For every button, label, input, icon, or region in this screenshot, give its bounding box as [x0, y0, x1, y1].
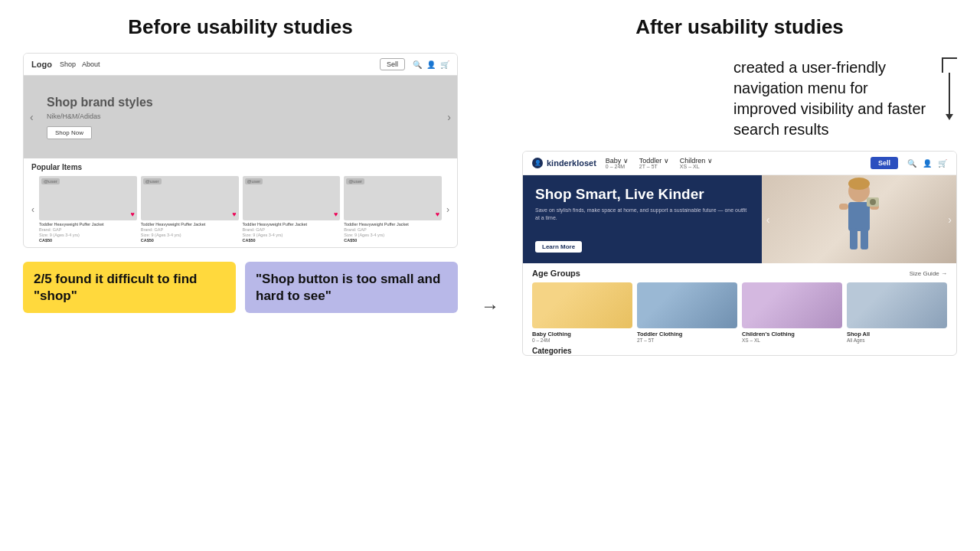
before-title: Before usability studies: [23, 15, 458, 39]
annotation-row: created a user-friendly navigation menu …: [522, 57, 957, 140]
list-item: @user ♥ Toddler Heavyweight Puffer Jacke…: [243, 176, 341, 243]
nav-toddler[interactable]: Toddler ∨ 2T – 5T: [639, 157, 669, 169]
item-image-2: @user ♥: [243, 176, 341, 220]
feedback-text-purple: "Shop button is too small and hard to se…: [256, 272, 440, 302]
user-tag-2: @user: [245, 178, 263, 184]
popular-items-row: ‹ @user ♥ Toddler Heavyweight Puffer Jac…: [31, 176, 449, 243]
kinder-search-icon[interactable]: 🔍: [907, 159, 916, 168]
center-arrow: →: [473, 77, 507, 536]
categories-label: Categories: [523, 343, 956, 355]
before-nav-links: Shop About: [60, 60, 100, 68]
toddler-label: Toddler Clothing: [637, 331, 737, 337]
svg-rect-5: [839, 204, 848, 210]
feedback-text-yellow: 2/5 found it difficult to find "shop": [34, 272, 197, 302]
before-hero-text: Shop brand styles Nike/H&M/Adidas Shop N…: [47, 95, 153, 139]
kinder-hero-next[interactable]: ›: [948, 214, 952, 226]
left-side: Before usability studies Logo Shop About…: [23, 15, 458, 536]
heart-icon-3[interactable]: ♥: [436, 210, 439, 218]
kinder-hero-prev[interactable]: ‹: [766, 214, 770, 226]
all-label: Shop All: [847, 331, 947, 337]
child-illustration: [836, 178, 882, 262]
kinder-hero-body: Save on stylish finds, make space at hom…: [535, 207, 750, 223]
age-card-baby[interactable]: Baby Clothing 0 – 24M: [532, 282, 632, 343]
search-icon[interactable]: 🔍: [413, 60, 422, 69]
list-item: @user ♥ Toddler Heavyweight Puffer Jacke…: [344, 176, 442, 243]
age-card-img-toddler: [637, 282, 737, 328]
user-tag-3: @user: [346, 178, 364, 184]
hero-next-arrow[interactable]: ›: [447, 111, 451, 123]
item-price-1: CA$50: [141, 238, 239, 243]
svg-point-8: [870, 199, 876, 205]
items-next-arrow[interactable]: ›: [446, 204, 449, 215]
svg-rect-4: [861, 228, 868, 249]
item-image-1: @user ♥: [141, 176, 239, 220]
size-guide-link[interactable]: Size Guide →: [910, 270, 947, 277]
user-tag-0: @user: [41, 178, 60, 184]
age-card-toddler[interactable]: Toddler Clothing 2T – 5T: [637, 282, 737, 343]
children-sub: XS – XL: [742, 337, 842, 343]
before-browser: Logo Shop About Sell 🔍 👤 🛒 ‹ Shop brand …: [23, 53, 458, 248]
heart-icon-1[interactable]: ♥: [232, 210, 236, 218]
item-label-1: Toddler Heavyweight Puffer JacketBrand: …: [141, 222, 239, 238]
kinder-hero: Shop Smart, Live Kinder Save on stylish …: [523, 175, 956, 263]
toddler-sub: 2T – 5T: [637, 337, 737, 343]
before-browser-nav: Logo Shop About Sell 🔍 👤 🛒: [24, 54, 457, 76]
pop-items-list: @user ♥ Toddler Heavyweight Puffer Jacke…: [39, 176, 442, 243]
kinder-user-icon[interactable]: 👤: [923, 159, 932, 168]
before-browser-icons: 🔍 👤 🛒: [413, 60, 449, 69]
before-hero: ‹ Shop brand styles Nike/H&M/Adidas Shop…: [24, 76, 457, 158]
kinder-hero-image: [762, 175, 956, 263]
children-label: Children's Clothing: [742, 331, 842, 337]
heart-icon-0[interactable]: ♥: [130, 210, 134, 218]
nav-children-sub: XS – XL: [680, 164, 713, 169]
nav-toddler-sub: 2T – 5T: [639, 164, 669, 169]
transition-arrow: →: [481, 295, 499, 317]
hero-prev-arrow[interactable]: ‹: [30, 111, 34, 123]
kinder-hero-right: ‹ ›: [762, 175, 956, 263]
kinder-learn-button[interactable]: Learn More: [535, 241, 582, 253]
feedback-card-yellow: 2/5 found it difficult to find "shop": [23, 262, 236, 313]
feedback-row: 2/5 found it difficult to find "shop" "S…: [23, 262, 458, 313]
before-shop-now-button[interactable]: Shop Now: [47, 126, 92, 139]
kinder-logo: 👤 kinderkloset: [532, 158, 596, 168]
heart-icon-2[interactable]: ♥: [334, 210, 338, 218]
before-logo: Logo: [31, 60, 52, 69]
before-sell-button[interactable]: Sell: [380, 58, 405, 70]
age-cards-row: Baby Clothing 0 – 24M Toddler Clothing 2…: [532, 282, 947, 343]
feedback-card-purple: "Shop button is too small and hard to se…: [245, 262, 458, 313]
all-sub: All Ages: [847, 337, 947, 343]
age-card-children[interactable]: Children's Clothing XS – XL: [742, 282, 842, 343]
kinder-sell-button[interactable]: Sell: [871, 157, 898, 169]
before-hero-heading: Shop brand styles: [47, 95, 153, 109]
kinder-icons: 🔍 👤 🛒: [907, 159, 947, 168]
nav-shop[interactable]: Shop: [60, 60, 76, 68]
cart-icon[interactable]: 🛒: [440, 60, 449, 69]
items-prev-arrow[interactable]: ‹: [31, 204, 34, 215]
annotation-text: created a user-friendly navigation menu …: [733, 57, 933, 140]
nav-baby[interactable]: Baby ∨ 0 – 24M: [606, 157, 629, 169]
age-groups-title: Age Groups: [532, 269, 580, 278]
kinder-cart-icon[interactable]: 🛒: [938, 159, 947, 168]
after-browser: 👤 kinderkloset Baby ∨ 0 – 24M Toddler ∨ …: [522, 151, 957, 356]
baby-label: Baby Clothing: [532, 331, 632, 337]
kinder-hero-left: Shop Smart, Live Kinder Save on stylish …: [523, 175, 762, 263]
nav-about[interactable]: About: [82, 60, 100, 68]
bracket-top: [942, 57, 957, 73]
bracket-vert: [949, 73, 950, 103]
item-image-3: @user ♥: [344, 176, 442, 220]
svg-rect-2: [848, 202, 870, 231]
kinder-nav: 👤 kinderkloset Baby ∨ 0 – 24M Toddler ∨ …: [523, 152, 956, 175]
before-hero-subheading: Nike/H&M/Adidas: [47, 112, 153, 120]
age-card-img-baby: [532, 282, 632, 328]
list-item: @user ♥ Toddler Heavyweight Puffer Jacke…: [141, 176, 239, 243]
item-price-0: CA$50: [39, 238, 137, 243]
item-label-2: Toddler Heavyweight Puffer JacketBrand: …: [243, 222, 341, 238]
kinder-logo-icon: 👤: [532, 158, 543, 168]
baby-sub: 0 – 24M: [532, 337, 632, 343]
annotation-bracket: [942, 57, 957, 114]
item-price-3: CA$50: [344, 238, 442, 243]
user-icon[interactable]: 👤: [426, 60, 436, 69]
age-card-all[interactable]: Shop All All Ages: [847, 282, 947, 343]
nav-children[interactable]: Children ∨ XS – XL: [680, 157, 713, 169]
popular-items-section: Popular Items ‹ @user ♥ Toddler Heavywei…: [24, 158, 457, 247]
